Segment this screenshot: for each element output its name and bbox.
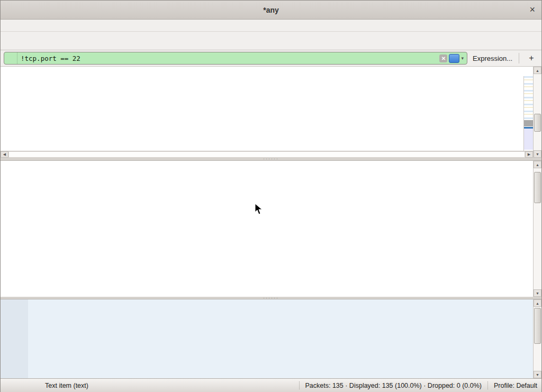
filter-toolbar: !tcp.port == 22 ✕ ▾ Expression... + [1,50,541,67]
packet-list-pane: ◀ ▶ ▲ ▼ [1,67,541,158]
add-filter-button[interactable]: + [525,53,538,63]
scroll-thumb[interactable] [534,114,541,132]
capture-comment-icon[interactable] [19,381,28,390]
packet-detail-tree [1,161,533,297]
scroll-thumb[interactable] [534,308,541,344]
expert-info-icon[interactable] [5,381,14,390]
wireshark-window: *any × !tcp.port == 22 ✕ ▾ Expression...… [0,0,542,392]
display-filter-field[interactable]: !tcp.port == 22 ✕ ▾ [4,52,467,65]
packet-list-scrollbar[interactable]: ▲ ▼ [533,67,541,158]
filter-clear-icon[interactable]: ✕ [439,54,447,62]
scroll-track[interactable] [534,307,541,371]
packet-detail-pane: ▲ ▼ [1,160,541,297]
main-toolbar [1,32,541,50]
packet-list-minimap [523,76,533,151]
titlebar[interactable]: *any × [1,1,541,20]
scroll-down-arrow-icon[interactable]: ▼ [534,371,541,378]
menubar [1,20,541,32]
splitter-grip: ······ [263,158,279,160]
profile-label[interactable]: Profile: Default [494,382,537,389]
scroll-up-arrow-icon[interactable]: ▲ [534,299,541,307]
scroll-thumb[interactable] [534,172,541,204]
scroll-down-arrow-icon[interactable]: ▼ [534,150,541,158]
packet-bytes-pane: ▲ ▼ [1,299,541,378]
scroll-right-arrow-icon[interactable]: ▶ [525,151,533,158]
packet-counts-label: Packets: 135 · Displayed: 135 (100.0%) ·… [305,382,482,389]
scroll-up-arrow-icon[interactable]: ▲ [534,161,541,168]
packet-list-body [1,76,523,151]
hex-dump [1,299,533,378]
statusbar-separator [299,381,300,389]
statusbar-separator [487,381,488,389]
selected-field-label: Text item (text) [45,382,88,389]
window-title: *any [263,6,279,14]
scroll-track[interactable] [534,168,541,289]
scroll-up-arrow-icon[interactable]: ▲ [534,67,541,74]
scroll-left-arrow-icon[interactable]: ◀ [1,151,8,158]
filter-apply-icon[interactable] [449,54,459,63]
scroll-track[interactable] [534,74,541,150]
filterbar-separator [519,53,519,63]
display-filter-input[interactable]: !tcp.port == 22 [17,54,439,62]
packet-list-header [1,67,533,76]
scroll-down-arrow-icon[interactable]: ▼ [534,289,541,297]
detail-scrollbar[interactable]: ▲ ▼ [533,161,541,297]
expression-button[interactable]: Expression... [473,54,512,62]
statusbar: Text item (text) Packets: 135 · Displaye… [1,378,541,392]
filter-dropdown-caret-icon[interactable]: ▾ [461,56,464,61]
hex-scrollbar[interactable]: ▲ ▼ [533,299,541,378]
filter-bookmark-icon[interactable] [4,52,17,64]
close-window-button[interactable]: × [529,4,535,15]
